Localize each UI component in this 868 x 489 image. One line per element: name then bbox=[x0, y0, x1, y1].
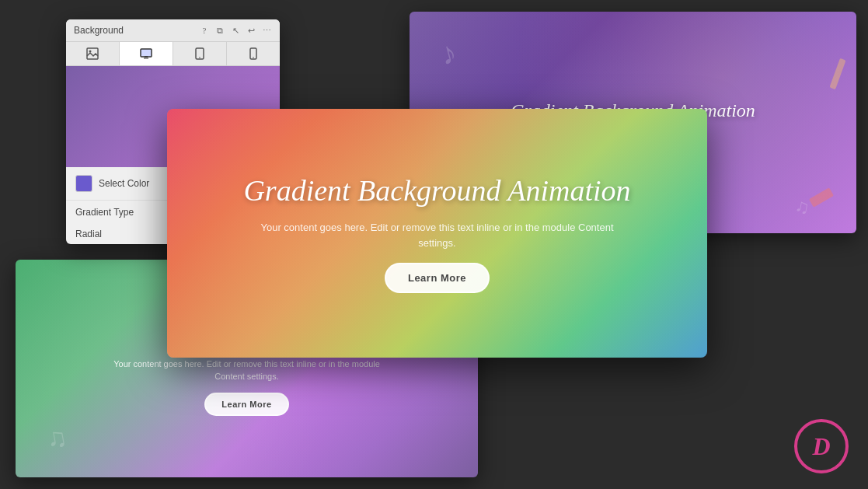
divi-circle: D bbox=[794, 419, 849, 473]
card-main-learn-more-button[interactable]: Learn More bbox=[385, 263, 490, 293]
copy-icon[interactable]: ⧉ bbox=[214, 25, 225, 36]
tab-desktop[interactable] bbox=[120, 42, 173, 65]
svg-point-6 bbox=[199, 57, 200, 58]
editor-topbar: Background ? ⧉ ↖ ↩ ⋯ bbox=[66, 19, 280, 42]
question-icon[interactable]: ? bbox=[199, 25, 210, 36]
editor-tabs bbox=[66, 42, 280, 66]
svg-rect-2 bbox=[141, 49, 152, 57]
deco-note-1: ♪ bbox=[436, 33, 460, 73]
card-bottom-desc: Your content goes here. Edit or remove t… bbox=[111, 358, 383, 383]
deco-note-3: ♫ bbox=[44, 421, 70, 456]
card-main: Gradient Background Animation Your conte… bbox=[167, 109, 707, 358]
color-swatch[interactable] bbox=[75, 175, 92, 192]
tab-image[interactable] bbox=[66, 42, 120, 65]
card-main-title: Gradient Background Animation bbox=[243, 173, 630, 208]
deco-eraser bbox=[809, 187, 834, 207]
deco-pencil bbox=[829, 58, 845, 89]
card-main-desc: Your content goes here. Edit or remove t… bbox=[251, 220, 624, 250]
card-main-gradient: Gradient Background Animation Your conte… bbox=[167, 109, 707, 358]
tab-tablet[interactable] bbox=[173, 42, 227, 65]
more-icon[interactable]: ⋯ bbox=[261, 25, 272, 36]
cursor-icon[interactable]: ↖ bbox=[230, 25, 241, 36]
color-label: Select Color bbox=[99, 178, 149, 189]
undo-icon[interactable]: ↩ bbox=[246, 25, 256, 36]
divi-letter: D bbox=[812, 432, 830, 461]
svg-point-8 bbox=[253, 57, 254, 58]
editor-topbar-icons: ? ⧉ ↖ ↩ ⋯ bbox=[199, 25, 272, 36]
tab-mobile[interactable] bbox=[227, 42, 280, 65]
divi-logo: D bbox=[794, 419, 849, 473]
editor-title: Background bbox=[74, 25, 193, 36]
card-bottom-learn-more-button[interactable]: Learn More bbox=[204, 393, 288, 416]
